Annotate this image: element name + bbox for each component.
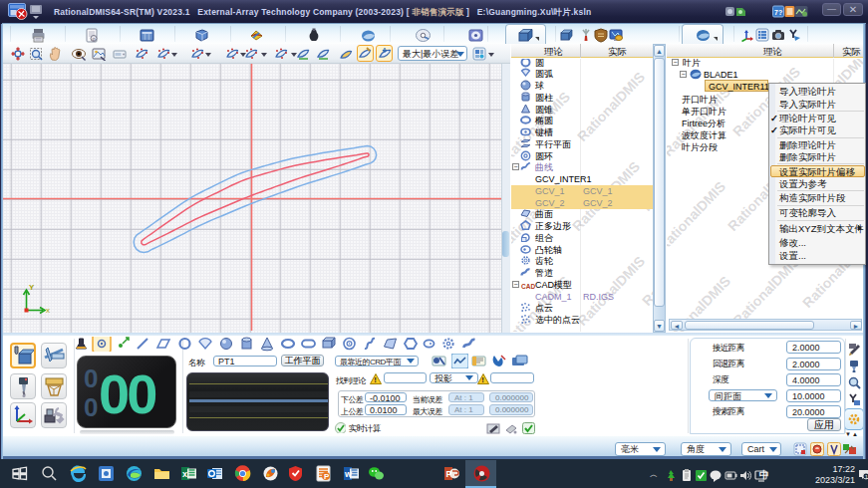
- svg-text:x: x: [46, 306, 50, 315]
- svg-text:P: P: [446, 469, 452, 479]
- svg-text:7?: 7?: [774, 9, 782, 16]
- svg-text:w: w: [344, 469, 353, 479]
- svg-text:o: o: [93, 36, 96, 42]
- svg-text:x: x: [182, 469, 187, 479]
- svg-text:!: !: [481, 375, 484, 384]
- svg-text:P: P: [324, 472, 330, 481]
- svg-text:Y: Y: [29, 283, 35, 292]
- svg-text:!: !: [374, 375, 377, 384]
